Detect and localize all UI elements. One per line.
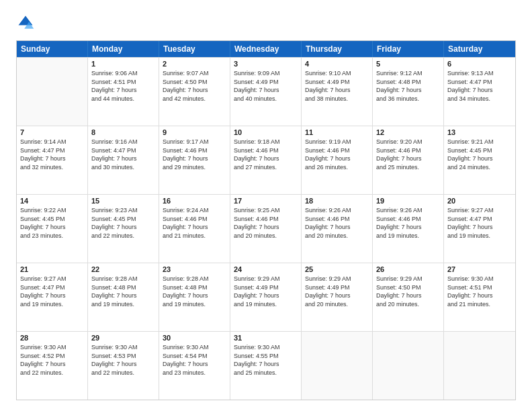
daylight-text: Daylight: 7 hours [91, 223, 155, 232]
daylight-minutes-text: and 22 minutes. [91, 232, 155, 240]
day-number: 5 [376, 60, 440, 68]
header-day-wednesday: Wednesday [230, 41, 302, 57]
daylight-minutes-text: and 23 minutes. [20, 232, 84, 240]
sunrise-text: Sunrise: 9:30 AM [163, 343, 226, 352]
header-day-tuesday: Tuesday [159, 41, 230, 57]
sunset-text: Sunset: 4:55 PM [234, 352, 298, 361]
daylight-text: Daylight: 7 hours [91, 291, 155, 300]
daylight-text: Daylight: 7 hours [447, 291, 512, 300]
sunset-text: Sunset: 4:47 PM [447, 215, 512, 224]
sunset-text: Sunset: 4:45 PM [20, 215, 84, 224]
daylight-minutes-text: and 19 minutes. [234, 300, 298, 309]
daylight-text: Daylight: 7 hours [163, 291, 226, 300]
cal-cell: 17Sunrise: 9:25 AMSunset: 4:46 PMDayligh… [230, 195, 302, 263]
sunrise-text: Sunrise: 9:13 AM [447, 69, 512, 78]
cal-cell: 3Sunrise: 9:09 AMSunset: 4:49 PMDaylight… [230, 58, 302, 126]
sunrise-text: Sunrise: 9:06 AM [91, 69, 155, 78]
daylight-text: Daylight: 7 hours [20, 223, 84, 232]
daylight-minutes-text: and 27 minutes. [234, 163, 298, 172]
header [16, 13, 516, 32]
sunset-text: Sunset: 4:46 PM [376, 215, 440, 224]
cal-cell: 25Sunrise: 9:29 AMSunset: 4:49 PMDayligh… [302, 263, 373, 331]
day-number: 24 [234, 265, 298, 273]
sunset-text: Sunset: 4:47 PM [20, 283, 84, 292]
header-day-monday: Monday [88, 41, 159, 57]
cal-cell: 30Sunrise: 9:30 AMSunset: 4:54 PMDayligh… [159, 332, 230, 400]
daylight-minutes-text: and 22 minutes. [20, 369, 84, 377]
sunrise-text: Sunrise: 9:21 AM [447, 138, 512, 146]
day-number: 17 [234, 197, 298, 205]
daylight-minutes-text: and 19 minutes. [91, 300, 155, 309]
day-number: 3 [234, 60, 298, 68]
sunrise-text: Sunrise: 9:30 AM [20, 343, 84, 352]
sunset-text: Sunset: 4:50 PM [376, 283, 440, 292]
sunrise-text: Sunrise: 9:29 AM [376, 275, 440, 283]
daylight-minutes-text: and 19 minutes. [163, 300, 226, 309]
header-day-sunday: Sunday [17, 41, 88, 57]
daylight-text: Daylight: 7 hours [376, 291, 440, 300]
cal-cell: 28Sunrise: 9:30 AMSunset: 4:52 PMDayligh… [17, 332, 88, 400]
day-number: 19 [376, 197, 440, 205]
sunrise-text: Sunrise: 9:30 AM [234, 343, 298, 352]
day-number: 25 [305, 265, 369, 273]
daylight-minutes-text: and 30 minutes. [91, 163, 155, 172]
daylight-minutes-text: and 26 minutes. [305, 163, 369, 172]
day-number: 2 [163, 60, 226, 68]
cal-cell: 15Sunrise: 9:23 AMSunset: 4:45 PMDayligh… [88, 195, 159, 263]
logo [16, 13, 38, 32]
day-number: 15 [91, 197, 155, 205]
daylight-text: Daylight: 7 hours [305, 223, 369, 232]
daylight-minutes-text: and 36 minutes. [376, 95, 440, 103]
sunrise-text: Sunrise: 9:16 AM [91, 138, 155, 146]
daylight-minutes-text: and 20 minutes. [234, 232, 298, 240]
calendar: SundayMondayTuesdayWednesdayThursdayFrid… [16, 40, 516, 400]
cal-cell: 24Sunrise: 9:29 AMSunset: 4:49 PMDayligh… [230, 263, 302, 331]
sunrise-text: Sunrise: 9:10 AM [305, 69, 369, 78]
daylight-text: Daylight: 7 hours [305, 86, 369, 95]
daylight-text: Daylight: 7 hours [91, 86, 155, 95]
cal-cell: 11Sunrise: 9:19 AMSunset: 4:46 PMDayligh… [302, 126, 373, 194]
sunrise-text: Sunrise: 9:17 AM [163, 138, 226, 146]
logo-icon [16, 13, 35, 32]
cal-cell [302, 332, 373, 400]
daylight-minutes-text: and 23 minutes. [163, 369, 226, 377]
sunrise-text: Sunrise: 9:26 AM [376, 206, 440, 215]
sunset-text: Sunset: 4:46 PM [305, 215, 369, 224]
sunrise-text: Sunrise: 9:19 AM [305, 138, 369, 146]
sunset-text: Sunset: 4:48 PM [163, 283, 226, 292]
daylight-minutes-text: and 44 minutes. [91, 95, 155, 103]
cal-cell: 20Sunrise: 9:27 AMSunset: 4:47 PMDayligh… [444, 195, 515, 263]
cal-cell: 13Sunrise: 9:21 AMSunset: 4:45 PMDayligh… [444, 126, 515, 194]
day-number: 22 [91, 265, 155, 273]
daylight-minutes-text: and 19 minutes. [20, 300, 84, 309]
sunset-text: Sunset: 4:49 PM [234, 283, 298, 292]
daylight-text: Daylight: 7 hours [163, 360, 226, 369]
cal-cell: 10Sunrise: 9:18 AMSunset: 4:46 PMDayligh… [230, 126, 302, 194]
cal-cell: 7Sunrise: 9:14 AMSunset: 4:47 PMDaylight… [17, 126, 88, 194]
calendar-body: 1Sunrise: 9:06 AMSunset: 4:51 PMDaylight… [17, 57, 515, 400]
sunset-text: Sunset: 4:46 PM [163, 215, 226, 224]
week-row-2: 7Sunrise: 9:14 AMSunset: 4:47 PMDaylight… [17, 126, 515, 194]
cal-cell: 8Sunrise: 9:16 AMSunset: 4:47 PMDaylight… [88, 126, 159, 194]
daylight-text: Daylight: 7 hours [91, 154, 155, 163]
sunset-text: Sunset: 4:52 PM [20, 352, 84, 361]
cal-cell: 5Sunrise: 9:12 AMSunset: 4:48 PMDaylight… [373, 58, 444, 126]
sunrise-text: Sunrise: 9:30 AM [447, 275, 512, 283]
day-number: 31 [234, 334, 298, 342]
daylight-text: Daylight: 7 hours [234, 154, 298, 163]
sunset-text: Sunset: 4:47 PM [20, 146, 84, 155]
day-number: 10 [234, 128, 298, 136]
daylight-minutes-text: and 38 minutes. [305, 95, 369, 103]
daylight-text: Daylight: 7 hours [234, 223, 298, 232]
daylight-text: Daylight: 7 hours [91, 360, 155, 369]
sunrise-text: Sunrise: 9:29 AM [234, 275, 298, 283]
cal-cell: 27Sunrise: 9:30 AMSunset: 4:51 PMDayligh… [444, 263, 515, 331]
day-number: 28 [20, 334, 84, 342]
sunrise-text: Sunrise: 9:12 AM [376, 69, 440, 78]
sunset-text: Sunset: 4:45 PM [91, 215, 155, 224]
cal-cell: 29Sunrise: 9:30 AMSunset: 4:53 PMDayligh… [88, 332, 159, 400]
cal-cell: 12Sunrise: 9:20 AMSunset: 4:46 PMDayligh… [373, 126, 444, 194]
sunrise-text: Sunrise: 9:28 AM [91, 275, 155, 283]
daylight-minutes-text: and 42 minutes. [163, 95, 226, 103]
daylight-minutes-text: and 24 minutes. [447, 163, 512, 172]
